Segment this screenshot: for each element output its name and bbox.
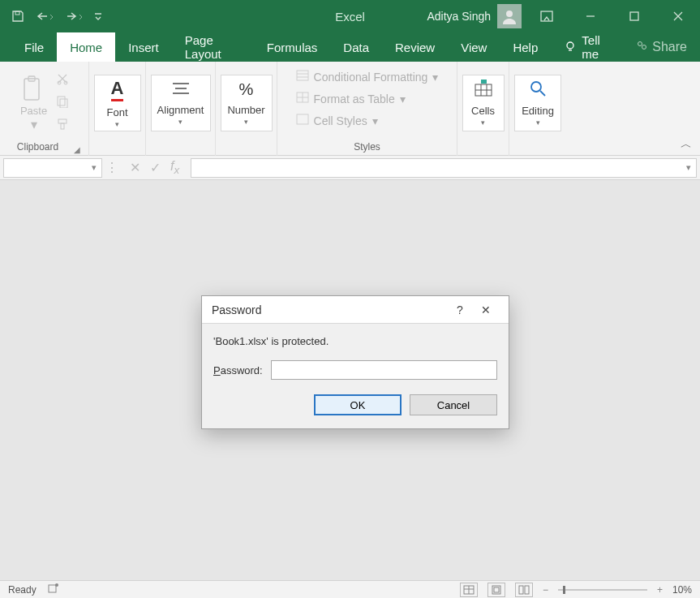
dialog-title: Password — [212, 303, 261, 316]
format-as-table-button[interactable]: Format as Table ▾ — [296, 92, 439, 105]
formula-input[interactable]: ▾ — [191, 158, 697, 178]
redo-icon[interactable] — [65, 10, 83, 23]
svg-rect-42 — [494, 587, 499, 592]
password-label: Password: — [213, 364, 263, 376]
group-clipboard: Paste ▾ Clipboard ◢ — [0, 62, 89, 156]
paste-icon — [20, 74, 48, 105]
number-label: Number — [227, 104, 264, 116]
font-label: Font — [106, 106, 127, 118]
alignment-icon — [171, 80, 191, 99]
group-cells: Cells ▾ . — [457, 62, 509, 156]
zoom-slider[interactable] — [558, 589, 647, 591]
conditional-formatting-icon — [296, 70, 309, 84]
password-input[interactable] — [271, 360, 497, 380]
svg-rect-36 — [49, 585, 56, 592]
svg-rect-11 — [24, 79, 39, 100]
name-box[interactable]: ▾ — [3, 158, 102, 178]
tab-home[interactable]: Home — [57, 32, 115, 62]
title-bar: Excel Aditya Singh — [0, 0, 700, 32]
dialog-message: 'Book1.xlsx' is protected. — [213, 335, 497, 347]
formula-bar: ▾ ⋮ ✕ ✓ fx ▾ — [0, 156, 700, 180]
ribbon-content: Paste ▾ Clipboard ◢ A Font ▾ . — [0, 62, 700, 156]
tab-data[interactable]: Data — [330, 32, 382, 62]
paste-label: Paste — [20, 105, 47, 117]
tab-view[interactable]: View — [448, 32, 500, 62]
normal-view-button[interactable] — [460, 583, 478, 597]
tab-review[interactable]: Review — [382, 32, 448, 62]
svg-rect-17 — [58, 119, 67, 123]
svg-point-1 — [506, 11, 513, 17]
tab-help[interactable]: Help — [500, 32, 551, 62]
group-styles: Conditional Formatting ▾ Format as Table… — [277, 62, 457, 156]
ribbon-display-options-icon[interactable] — [528, 0, 565, 32]
cancel-button[interactable]: Cancel — [410, 394, 497, 415]
maximize-button[interactable] — [616, 0, 653, 32]
svg-point-7 — [567, 42, 573, 49]
undo-icon[interactable] — [36, 10, 54, 23]
cell-styles-button[interactable]: Cell Styles ▾ — [296, 114, 439, 127]
cut-icon[interactable] — [56, 72, 69, 88]
svg-rect-4 — [630, 12, 638, 20]
styles-label: Styles — [354, 141, 380, 154]
ok-button[interactable]: OK — [314, 394, 402, 415]
user-area: Aditya Singh — [427, 0, 700, 32]
macro-record-icon[interactable] — [48, 583, 59, 596]
formula-controls: ✕ ✓ fx — [122, 159, 187, 176]
copy-icon[interactable] — [56, 95, 69, 111]
alignment-label: Alignment — [157, 104, 204, 116]
tab-formulas[interactable]: Formulas — [254, 32, 331, 62]
paste-button[interactable]: Paste ▾ — [20, 74, 48, 132]
chevron-down-icon: ▾ — [481, 118, 485, 127]
enter-formula-icon[interactable]: ✓ — [150, 160, 161, 175]
avatar[interactable] — [497, 4, 522, 28]
save-icon[interactable] — [11, 10, 24, 23]
conditional-formatting-label: Conditional Formatting — [314, 71, 428, 84]
svg-point-37 — [55, 583, 58, 587]
svg-rect-44 — [525, 586, 529, 594]
zoom-level[interactable]: 10% — [672, 584, 692, 596]
svg-rect-43 — [519, 586, 523, 594]
svg-point-10 — [642, 45, 646, 49]
zoom-out-button[interactable]: − — [543, 584, 548, 596]
chevron-down-icon: ▾ — [31, 117, 37, 132]
tell-me-label: Tell me — [582, 33, 610, 61]
chevron-down-icon: ▾ — [400, 92, 406, 105]
format-as-table-icon — [296, 92, 309, 105]
number-button[interactable]: % Number ▾ — [221, 75, 273, 131]
close-icon[interactable]: ✕ — [473, 299, 499, 321]
share-button[interactable]: Share — [623, 32, 700, 62]
cells-button[interactable]: Cells ▾ — [462, 75, 505, 131]
group-number: % Number ▾ . — [216, 62, 277, 156]
zoom-in-button[interactable]: + — [657, 584, 663, 596]
share-label: Share — [652, 40, 687, 54]
alignment-button[interactable]: Alignment ▾ — [151, 75, 211, 131]
tab-page-layout[interactable]: Page Layout — [172, 32, 254, 62]
magnifier-icon — [529, 80, 547, 100]
close-button[interactable] — [659, 0, 697, 32]
tab-file[interactable]: File — [11, 32, 57, 62]
cancel-formula-icon[interactable]: ✕ — [130, 160, 140, 175]
svg-point-34 — [531, 82, 541, 92]
page-layout-view-button[interactable] — [487, 583, 505, 597]
chevron-down-icon: ▾ — [244, 118, 248, 126]
page-break-view-button[interactable] — [515, 583, 533, 597]
fx-icon[interactable]: fx — [170, 159, 179, 176]
cell-styles-icon — [296, 114, 309, 127]
collapse-ribbon-icon[interactable]: ︿ — [681, 137, 692, 152]
cell-styles-label: Cell Styles — [314, 114, 367, 127]
customize-qat-icon[interactable] — [94, 10, 102, 23]
editing-button[interactable]: Editing ▾ — [514, 75, 561, 131]
help-button[interactable]: ? — [447, 299, 473, 321]
font-button[interactable]: A Font ▾ — [94, 75, 141, 131]
tab-tell-me[interactable]: Tell me — [551, 32, 623, 62]
svg-line-35 — [540, 91, 545, 96]
minimize-button[interactable] — [572, 0, 609, 32]
grip-icon: ⋮ — [105, 160, 118, 175]
svg-rect-16 — [60, 99, 67, 108]
format-painter-icon[interactable] — [56, 118, 69, 134]
format-as-table-label: Format as Table — [314, 92, 395, 105]
svg-rect-28 — [297, 114, 308, 124]
clipboard-dialog-launcher[interactable]: ◢ — [71, 145, 84, 154]
conditional-formatting-button[interactable]: Conditional Formatting ▾ — [296, 70, 439, 84]
tab-insert[interactable]: Insert — [115, 32, 172, 62]
